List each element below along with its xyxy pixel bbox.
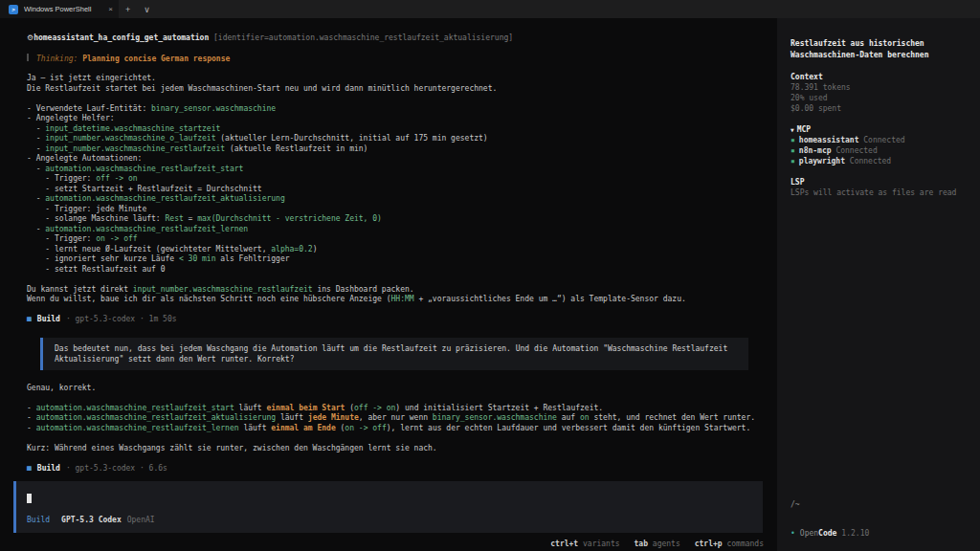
terminal-line: - Trigger: on -> off — [27, 234, 769, 245]
tab-dropdown-icon[interactable]: ∨ — [137, 0, 157, 18]
text-segment: - setzt Startzeit + Restlaufzeit = Durch… — [27, 185, 262, 193]
mcp-name: homeassistant — [799, 136, 859, 144]
lsp-heading: LSP — [791, 177, 967, 187]
text-segment: ( — [336, 424, 345, 432]
text-segment: - — [27, 124, 45, 133]
tab-title: Windows PowerShell — [24, 5, 99, 13]
text-segment: - Trigger: — [27, 174, 96, 183]
mcp-item-playwright: ▪playwright Connected — [791, 156, 967, 166]
text-segment: < 30 min — [179, 254, 216, 263]
terminal-line: - solange Maschine läuft: Rest = max(Dur… — [27, 214, 769, 225]
prompt-input[interactable]: BuildGPT-5.3 CodexOpenAI — [13, 481, 763, 533]
terminal-line: - input_datetime.waschmaschine_startzeit — [27, 124, 769, 135]
terminal-line: - Angelegte Automationen: — [27, 154, 769, 165]
message-status-line: ■Build· gpt-5.3-codex · 1m 50s — [27, 315, 769, 325]
text-segment: - — [27, 144, 45, 153]
text-segment: ) — [313, 245, 318, 253]
text-segment: on -> off — [96, 234, 137, 243]
terminal-line: - automation.waschmaschine_restlaufzeit_… — [27, 404, 769, 414]
text-segment: input_datetime.waschmaschine_startzeit — [45, 124, 220, 133]
status-dot-icon: ▪ — [791, 157, 795, 165]
status-dot-icon: ▪ — [791, 146, 795, 155]
tool-name: homeassistant_ha_config_get_automation — [33, 33, 209, 42]
blank-line — [27, 453, 769, 464]
terminal-line: - automation.waschmaschine_restlaufzeit_… — [27, 194, 769, 205]
brand-name-code: Code — [818, 529, 836, 538]
text-segment: - — [27, 134, 45, 143]
text-segment: - Angelegte Automationen: — [27, 154, 142, 163]
text-cursor — [27, 494, 32, 503]
provider-label: OpenAI — [127, 516, 155, 524]
text-segment: - — [27, 194, 45, 203]
agent-mode-label[interactable]: Build — [27, 516, 50, 524]
prompt-cursor-row — [27, 489, 753, 507]
build-status-icon: ■ — [27, 315, 32, 323]
mcp-heading: ▼MCP — [791, 124, 967, 135]
text-segment: automation.waschmaschine_restlaufzeit_le… — [45, 225, 248, 233]
text-segment: - Verwendete Lauf-Entität: — [27, 104, 151, 113]
terminal-line: - lernt neue Ø-Laufzeit (gewichteter Mit… — [27, 245, 769, 255]
text-segment: (aktueller Lern-Durchschnitt, initial au… — [215, 134, 487, 143]
text-segment: läuft — [276, 413, 308, 422]
brand-version: 1.2.10 — [841, 529, 869, 538]
blank-line — [27, 305, 769, 316]
blank-line — [27, 64, 769, 75]
message-status-line: ■Build· gpt-5.3-codex · 6.6s — [27, 464, 769, 474]
text-segment: - — [27, 165, 45, 173]
hint-label-variants: variants — [583, 540, 620, 548]
text-segment: ins Dashboard packen. — [313, 285, 414, 294]
lsp-note: LSPs will activate as files are read — [791, 187, 967, 198]
text-segment: - solange Maschine läuft: — [27, 214, 166, 223]
text-segment: - — [27, 225, 45, 233]
lsp-section: LSP LSPs will activate as files are read — [791, 177, 967, 198]
text-segment: - lernt neue Ø-Laufzeit (gewichteter Mit… — [27, 245, 271, 253]
user-message: Das bedeutet nun, dass bei jedem Waschga… — [40, 338, 748, 370]
text-segment: input_number.waschmaschine_restlaufzeit — [133, 285, 313, 294]
powershell-prompt-glyph: > — [11, 7, 15, 12]
tool-call-line: ⚙homeassistant_ha_config_get_automation … — [27, 33, 769, 44]
text-segment: Wenn du willst, baue ich dir als nächste… — [27, 295, 391, 303]
mcp-heading-label: MCP — [797, 125, 811, 134]
collapse-triangle-icon[interactable]: ▼ — [791, 126, 794, 133]
text-segment: automation.waschmaschine_restlaufzeit_ak… — [45, 194, 284, 203]
terminal-line: - Trigger: off -> on — [27, 174, 769, 185]
terminal-line: Genau, korrekt. — [27, 384, 769, 394]
blank-line — [27, 44, 769, 55]
terminal-line: - Verwendete Lauf-Entität: binary_sensor… — [27, 104, 769, 115]
terminal-line: - setzt Restlaufzeit auf 0 — [27, 265, 769, 276]
text-segment: + „voraussichtliches Ende um …“) als Tem… — [414, 295, 686, 303]
new-tab-button[interactable]: + — [119, 0, 137, 18]
terminal-line: Du kannst jetzt direkt input_number.wasc… — [27, 285, 769, 296]
text-segment: - ignoriert sehr kurze Läufe — [27, 254, 179, 263]
terminal-line: - input_number.waschmaschine_restlaufzei… — [27, 144, 769, 155]
terminal-line: - automation.waschmaschine_restlaufzeit_… — [27, 165, 769, 175]
tab-windows-powershell[interactable]: > Windows PowerShell × — [0, 0, 119, 18]
text-segment: läuft — [234, 404, 267, 412]
terminal-line: - Angelegte Helfer: — [27, 114, 769, 124]
hint-key-variants: ctrl+t — [550, 540, 578, 548]
tab-close-icon[interactable]: × — [104, 5, 113, 13]
quote-bar-icon — [27, 54, 29, 61]
terminal-line: Ja – ist jetzt eingerichtet. — [27, 74, 769, 84]
blank-line — [27, 433, 769, 444]
terminal-line: Kurz: Während eines Waschgangs zählt sie… — [27, 444, 769, 454]
text-segment: läuft — [239, 424, 272, 432]
app-body: ⚙homeassistant_ha_config_get_automation … — [0, 18, 980, 551]
hint-key-agents: tab — [635, 540, 648, 548]
text-segment: input_number.waschmaschine_o_laufzeit — [45, 134, 215, 143]
text-segment: (aktuelle Restlaufzeit in min) — [225, 144, 368, 153]
hint-commands: ctrl+p commands — [695, 540, 764, 548]
text-segment: Ja – ist jetzt eingerichtet. — [27, 74, 156, 82]
text-segment: on -> off — [345, 424, 386, 432]
text-segment: = — [184, 214, 197, 223]
mcp-item-n8n-mcp: ▪n8n-mcp Connected — [791, 145, 967, 156]
blank-line — [27, 373, 769, 384]
blank-line — [27, 325, 769, 336]
mcp-section: ▼MCP ▪homeassistant Connected ▪n8n-mcp C… — [791, 124, 967, 166]
text-segment: off -> on — [354, 404, 395, 412]
text-segment: Rest — [166, 214, 184, 223]
blank-line — [27, 393, 769, 404]
text-segment: binary_sensor.waschmaschine — [151, 104, 276, 113]
terminal-line: Wenn du willst, baue ich dir als nächste… — [27, 295, 769, 305]
terminal-line: - automation.waschmaschine_restlaufzeit_… — [27, 424, 769, 434]
